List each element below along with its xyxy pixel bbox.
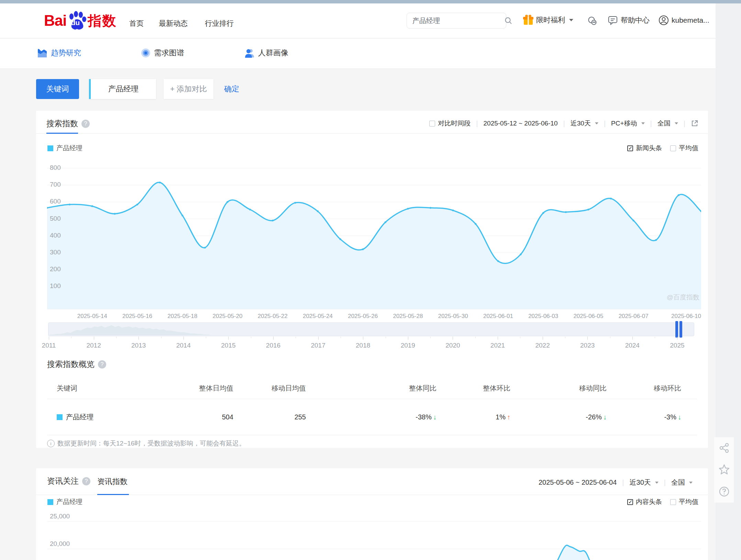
separator: | [684, 120, 685, 128]
series-legend[interactable]: 产品经理 [47, 144, 82, 153]
keyword-chip[interactable]: 产品经理 [89, 79, 156, 99]
year-major-tick [94, 337, 94, 340]
overlay-toggles: 新闻头条 平均值 [627, 144, 698, 153]
search-input[interactable] [412, 17, 504, 25]
y-axis-tick-label: 500 [50, 215, 61, 222]
platform-dropdown[interactable]: PC+移动 [611, 119, 645, 128]
subnav-trend-research[interactable]: 趋势研究 [37, 48, 81, 58]
wechat-icon[interactable] [587, 16, 597, 26]
range-dropdown[interactable]: 近30天 [571, 119, 598, 128]
year-label: 2022 [535, 342, 550, 349]
year-minor-tick [475, 337, 476, 338]
share-icon[interactable] [719, 442, 730, 453]
table-header-row: 关键词 整体日均值 移动日均值 整体同比 整体环比 移动同比 移动环比 [47, 377, 697, 399]
checkbox-checked-icon[interactable] [627, 145, 633, 151]
subnav-label: 人群画像 [258, 48, 288, 58]
legend-swatch [47, 145, 53, 151]
year-major-tick [587, 337, 588, 340]
nav-latest-news[interactable]: 最新动态 [159, 19, 188, 28]
add-compare-label: 添加对比 [177, 84, 207, 94]
legend-swatch [57, 414, 63, 420]
search-index-title: 搜索指数 ? [46, 118, 90, 129]
col-header-mobile-avg: 移动日均值 [233, 384, 306, 393]
help-center[interactable]: 帮助中心 [608, 15, 650, 25]
col-header-mobile-yoy: 移动同比 [510, 384, 607, 393]
keyword-type-button[interactable]: 关键词 [36, 79, 79, 99]
average-checkbox[interactable]: 平均值 [670, 144, 698, 153]
search-icon[interactable] [504, 17, 512, 25]
info-y-axis-tick-label: 25,000 [50, 513, 70, 520]
timeline-slider-handle[interactable] [675, 321, 683, 338]
col-header-keyword: 关键词 [47, 384, 185, 393]
info-region-dropdown[interactable]: 全国 [671, 478, 693, 487]
subnav-demand-graph[interactable]: 需求图谱 [141, 48, 184, 58]
user-account[interactable]: kubemeta... [659, 15, 709, 25]
year-label: 2017 [311, 342, 325, 349]
x-axis-tick-label: 2025-05-30 [438, 313, 468, 320]
compare-period-checkbox[interactable]: 对比时间段 [429, 119, 471, 128]
x-axis-tick-label: 2025-05-22 [258, 313, 288, 320]
user-name: kubemeta... [672, 16, 709, 24]
plus-icon: + [170, 85, 175, 94]
info-range-dropdown[interactable]: 近30天 [630, 478, 659, 487]
header-search-box[interactable] [407, 13, 506, 29]
help-icon[interactable]: ? [82, 477, 90, 485]
year-minor-tick [520, 337, 520, 338]
baidu-index-logo[interactable]: Bai du 指数 [44, 11, 117, 30]
average-checkbox[interactable]: 平均值 [670, 497, 698, 506]
checkbox-unchecked-icon[interactable] [429, 121, 435, 127]
confirm-link[interactable]: 确定 [224, 84, 239, 94]
nav-home[interactable]: 首页 [129, 19, 144, 28]
date-range[interactable]: 2025-05-12 ~ 2025-06-10 [484, 120, 558, 127]
question-circle-icon[interactable] [718, 486, 730, 497]
checkbox-checked-icon[interactable] [627, 499, 633, 505]
year-label: 2013 [131, 342, 146, 349]
info-index-chart-plot[interactable] [47, 509, 701, 560]
tab-info-index[interactable]: 资讯指数 [97, 476, 128, 487]
info-chart-controls: 2025-05-06 ~ 2025-06-04 | 近30天 | 全国 [539, 478, 693, 487]
star-icon[interactable] [718, 464, 730, 475]
year-label: 2021 [490, 342, 505, 349]
keyword-cell-label: 产品经理 [66, 413, 93, 422]
table-row: 产品经理 504 255 -38%↓ 1%↑ -26%↓ -3%↓ [47, 399, 697, 435]
card-header-divider [36, 133, 708, 134]
checkbox-unchecked-icon[interactable] [670, 145, 676, 151]
year-major-tick [408, 337, 408, 340]
separator: | [604, 120, 606, 128]
news-headlines-checkbox[interactable]: 新闻头条 [627, 144, 662, 153]
promo-limited-benefits[interactable]: 限时福利 [523, 15, 573, 25]
add-compare-button[interactable]: + 添加对比 [164, 79, 213, 99]
help-icon[interactable]: ? [98, 360, 106, 369]
info-index-card: 资讯关注 ? 资讯指数 2025-05-06 ~ 2025-06-04 | 近3… [36, 468, 708, 560]
year-major-tick [363, 337, 363, 340]
baidu-index-watermark: @百度指数 [667, 293, 699, 302]
col-header-yoy: 整体同比 [306, 384, 436, 393]
logo-text-bai: Bai [44, 12, 66, 29]
separator: | [664, 479, 666, 486]
down-arrow-icon: ↓ [433, 413, 436, 421]
y-axis-tick-label: 200 [50, 265, 61, 273]
info-region-value: 全国 [671, 478, 685, 487]
year-label: 2016 [266, 342, 280, 349]
year-major-tick [677, 337, 677, 340]
col-header-mobile-mom: 移动环比 [607, 384, 681, 393]
content-headlines-checkbox[interactable]: 内容头条 [627, 497, 662, 506]
external-link-icon[interactable] [691, 120, 698, 127]
year-label: 2014 [176, 342, 191, 349]
subnav-label: 需求图谱 [154, 48, 184, 58]
subnav-crowd-portrait[interactable]: 人群画像 [244, 48, 288, 58]
info-date-range[interactable]: 2025-05-06 ~ 2025-06-04 [539, 479, 617, 486]
year-minor-tick [206, 337, 206, 338]
search-index-chart-plot[interactable] [47, 159, 701, 320]
year-label: 2011 [42, 342, 56, 349]
help-icon[interactable]: ? [81, 120, 90, 128]
info-series-legend[interactable]: 产品经理 [47, 497, 82, 506]
timeline-slider-track[interactable] [48, 322, 694, 336]
checkbox-unchecked-icon[interactable] [670, 499, 676, 505]
y-axis-tick-label: 400 [50, 232, 61, 239]
x-axis-tick-label: 2025-06-05 [573, 313, 603, 320]
search-index-card: 搜索指数 ? 对比时间段 | 2025-05-12 ~ 2025-06-10 |… [36, 111, 708, 448]
nav-industry-ranking[interactable]: 行业排行 [205, 19, 234, 28]
region-dropdown[interactable]: 全国 [657, 119, 678, 128]
news-headlines-label: 新闻头条 [636, 144, 662, 153]
